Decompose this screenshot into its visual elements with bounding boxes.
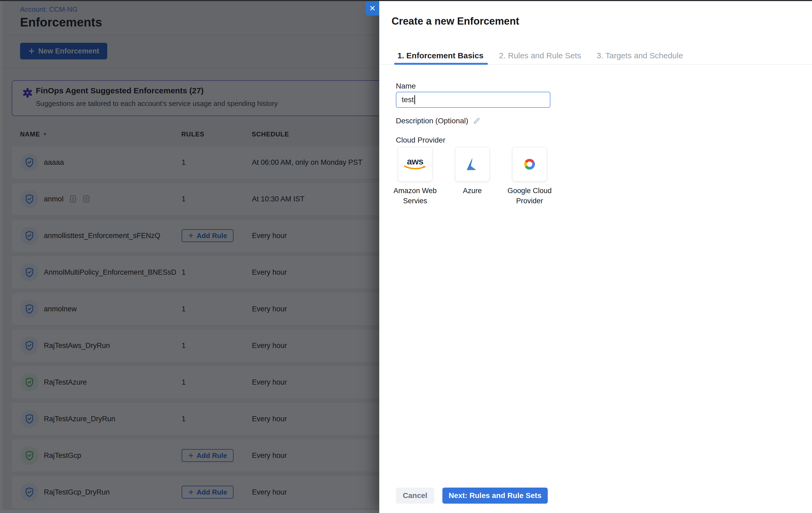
- tab-enforcement-basics[interactable]: 1. Enforcement Basics: [396, 47, 485, 64]
- window-top-edge: [0, 0, 812, 1]
- aws-logo-icon: aws: [403, 157, 427, 170]
- provider-label-aws: Amazon Web Servies: [386, 186, 444, 206]
- provider-label-gcp: Google Cloud Provider: [500, 186, 559, 206]
- drawer-title: Create a new Enforcement: [392, 16, 519, 27]
- name-input[interactable]: test: [396, 92, 550, 108]
- screen: Account: CCM-NG Enforcements New Enforce…: [0, 0, 812, 513]
- wizard-tabs: 1. Enforcement Basics 2. Rules and Rule …: [379, 47, 812, 65]
- cloud-provider-options: aws Amazon Web Servies: [398, 147, 546, 206]
- next-button[interactable]: Next: Rules and Rule Sets: [442, 488, 548, 504]
- provider-option-aws: aws Amazon Web Servies: [398, 147, 432, 206]
- provider-option-azure: Azure: [456, 147, 489, 206]
- provider-option-gcp: Google Cloud Provider: [513, 147, 546, 206]
- text-caret: [414, 95, 415, 104]
- name-input-value: test: [402, 95, 414, 104]
- cancel-button[interactable]: Cancel: [396, 488, 434, 504]
- gcp-logo-icon: [521, 156, 538, 173]
- provider-card-aws[interactable]: aws: [398, 147, 432, 181]
- provider-label-azure: Azure: [443, 186, 502, 196]
- tab-rules-and-rule-sets[interactable]: 2. Rules and Rule Sets: [497, 47, 583, 64]
- tab-targets-and-schedule[interactable]: 3. Targets and Schedule: [595, 47, 685, 64]
- description-label: Description (Optional): [396, 117, 468, 125]
- name-label: Name: [396, 82, 416, 90]
- edit-description-icon[interactable]: [472, 117, 481, 125]
- close-drawer-button[interactable]: [366, 1, 379, 16]
- provider-card-azure[interactable]: [455, 147, 489, 181]
- provider-card-gcp[interactable]: [513, 147, 547, 181]
- bottom-scroll-strip[interactable]: [0, 510, 379, 513]
- create-enforcement-drawer: Create a new Enforcement 1. Enforcement …: [379, 0, 812, 513]
- cloud-provider-label: Cloud Provider: [396, 136, 445, 144]
- azure-logo-icon: [464, 155, 481, 173]
- close-icon: [369, 4, 376, 12]
